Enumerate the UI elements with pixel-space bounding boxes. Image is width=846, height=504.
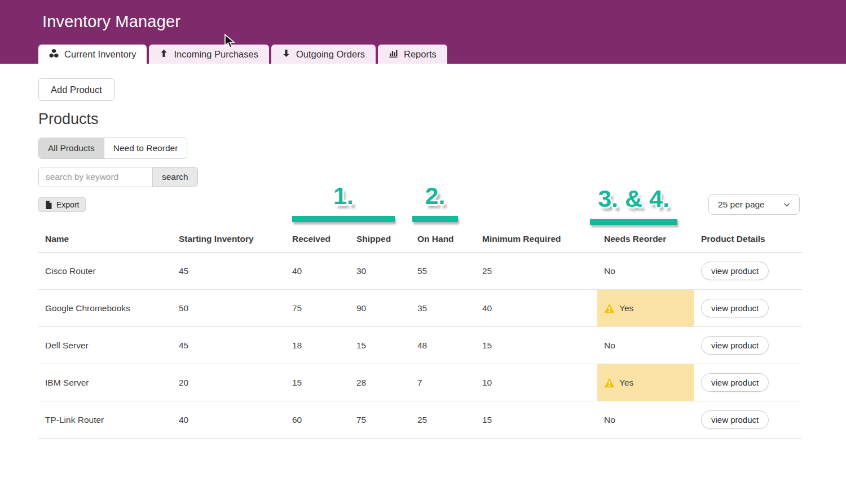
starting-inventory-value: 20 [172, 364, 285, 401]
shipped-value: 75 [350, 401, 411, 438]
bar-chart-icon [389, 48, 398, 60]
tab-incoming-purchases[interactable]: Incoming Purchases [149, 45, 269, 64]
add-product-button[interactable]: Add Product [38, 78, 114, 101]
tab-current-inventory[interactable]: Current Inventory [38, 45, 147, 64]
view-product-button[interactable]: view product [701, 373, 769, 392]
product-details-cell: view product [694, 327, 802, 364]
product-name: Dell Server [38, 327, 172, 364]
shipped-value: 90 [350, 290, 411, 326]
needs-reorder-value: Yes [619, 303, 633, 313]
view-product-button[interactable]: view product [701, 299, 769, 317]
tab-label: Current Inventory [64, 49, 136, 60]
column-header-needs-reorder: Needs Reorder [597, 226, 694, 252]
starting-inventory-value: 40 [172, 401, 285, 438]
file-icon [45, 201, 52, 209]
app-header: Inventory Manager Current Inventory Inco… [0, 0, 846, 64]
export-button[interactable]: Export [38, 197, 86, 212]
needs-reorder-value: No [604, 341, 615, 351]
page-size-select[interactable]: 25 per page [708, 194, 800, 215]
product-name: IBM Server [38, 364, 172, 401]
view-product-button[interactable]: view product [701, 410, 769, 429]
product-name: Cisco Router [38, 253, 172, 289]
column-header-shipped: Shipped [350, 226, 411, 252]
on-hand-value: 48 [411, 327, 475, 364]
minimum-required-value: 25 [475, 253, 597, 289]
shipped-value: 30 [350, 253, 411, 289]
annotation-2: 2. [412, 183, 458, 222]
on-hand-value: 55 [411, 253, 475, 289]
table-row: IBM Server 20 15 28 7 10 Yes view produc… [38, 364, 802, 401]
annotation-2-label: 2. [412, 183, 458, 209]
table-header-row: Name Starting Inventory Received Shipped… [38, 226, 802, 253]
annotation-3-4-underline [590, 219, 677, 225]
received-value: 15 [285, 364, 350, 401]
annotation-3-4-label: 3. & 4. [590, 185, 677, 212]
product-details-cell: view product [694, 401, 802, 438]
received-value: 60 [285, 401, 350, 438]
shipped-value: 28 [350, 364, 411, 401]
cubes-icon [49, 48, 59, 60]
column-header-starting-inventory: Starting Inventory [172, 226, 285, 252]
product-details-cell: view product [694, 364, 802, 401]
on-hand-value: 35 [411, 290, 475, 326]
tab-bar: Current Inventory Incoming Purchases Out… [38, 45, 447, 64]
filter-all-products[interactable]: All Products [39, 138, 104, 158]
table-row: Dell Server 45 18 15 48 15 No view produ… [38, 327, 802, 364]
tab-reports[interactable]: Reports [378, 45, 447, 64]
search-bar: search [38, 167, 198, 187]
starting-inventory-value: 50 [172, 290, 285, 326]
needs-reorder-cell: No [597, 401, 694, 438]
page-size-value: 25 per page [718, 200, 765, 210]
chevron-down-icon [782, 200, 791, 209]
needs-reorder-value: No [604, 415, 615, 425]
received-value: 75 [285, 290, 350, 326]
shipped-value: 15 [350, 327, 411, 364]
table-row: Cisco Router 45 40 30 55 25 No view prod… [38, 253, 802, 290]
needs-reorder-cell: No [597, 327, 694, 364]
annotation-1-label: 1. [292, 183, 395, 209]
filter-need-to-reorder[interactable]: Need to Reorder [104, 138, 187, 158]
arrow-down-icon [282, 49, 290, 60]
starting-inventory-value: 45 [172, 253, 285, 289]
starting-inventory-value: 45 [172, 327, 285, 364]
needs-reorder-cell: Yes [597, 290, 694, 326]
warning-triangle-icon [604, 378, 615, 388]
tab-label: Incoming Purchases [174, 49, 258, 60]
products-table: Name Starting Inventory Received Shipped… [38, 226, 802, 439]
arrow-up-icon [160, 49, 168, 60]
product-name: TP-Link Router [38, 401, 172, 438]
needs-reorder-value: No [604, 266, 615, 276]
table-row: Google Chromebooks 50 75 90 35 40 Yes vi… [38, 290, 802, 327]
table-row: TP-Link Router 40 60 75 25 15 No view pr… [38, 401, 802, 439]
minimum-required-value: 15 [475, 327, 597, 364]
received-value: 18 [285, 327, 350, 364]
column-header-received: Received [285, 226, 350, 252]
column-header-on-hand: On Hand [411, 226, 475, 252]
minimum-required-value: 40 [475, 290, 597, 326]
app-title: Inventory Manager [0, 0, 846, 31]
on-hand-value: 25 [411, 401, 475, 438]
needs-reorder-cell: Yes [597, 364, 694, 401]
needs-reorder-value: Yes [619, 378, 633, 388]
annotation-2-underline [412, 216, 458, 222]
received-value: 40 [285, 253, 350, 289]
minimum-required-value: 10 [475, 364, 597, 401]
annotation-1: 1. [292, 183, 395, 222]
product-details-cell: view product [694, 290, 802, 326]
tab-outgoing-orders[interactable]: Outgoing Orders [271, 45, 376, 64]
warning-triangle-icon [604, 303, 615, 313]
tab-label: Reports [404, 49, 437, 60]
view-product-button[interactable]: view product [701, 336, 769, 355]
table-body: Cisco Router 45 40 30 55 25 No view prod… [38, 253, 802, 439]
annotation-1-underline [292, 216, 395, 222]
product-details-cell: view product [694, 253, 802, 289]
tab-label: Outgoing Orders [296, 49, 365, 60]
needs-reorder-cell: No [597, 253, 694, 289]
column-header-product-details: Product Details [694, 226, 802, 252]
annotation-3-4: 3. & 4. [590, 185, 677, 225]
search-input[interactable] [39, 167, 152, 187]
search-button[interactable]: search [152, 167, 197, 187]
product-name: Google Chromebooks [38, 290, 172, 326]
view-product-button[interactable]: view product [701, 262, 769, 280]
column-header-name: Name [38, 226, 172, 252]
